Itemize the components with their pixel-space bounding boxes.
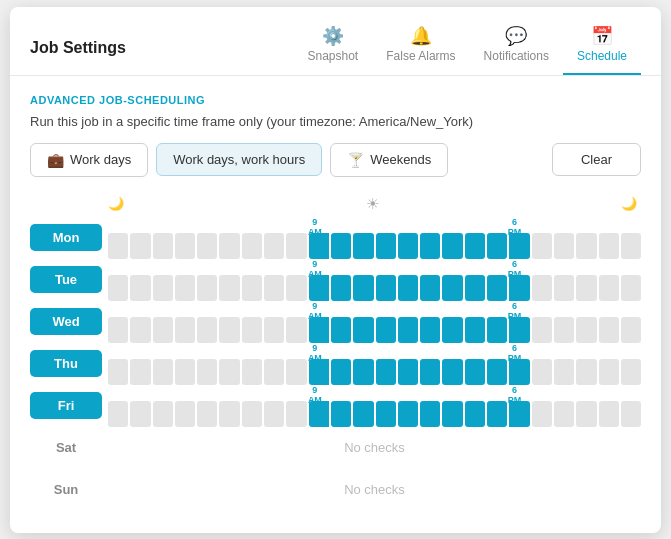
slot-6[interactable] <box>242 233 262 259</box>
slot-16[interactable] <box>465 233 485 259</box>
briefcase-icon: 💼 <box>47 152 64 168</box>
tab-schedule[interactable]: 📅 Schedule <box>563 21 641 75</box>
slots-mon[interactable]: 9AM 6PM <box>108 217 641 259</box>
end-time-thu: 6PM <box>508 343 522 365</box>
weekends-button[interactable]: 🍸 Weekends <box>330 143 448 177</box>
work-days-hours-label: Work days, work hours <box>173 152 305 167</box>
header: Job Settings ⚙️ Snapshot 🔔 False Alarms … <box>10 7 661 76</box>
slot-4[interactable] <box>197 233 217 259</box>
start-time-mon: 9AM <box>308 217 322 239</box>
tab-notifications[interactable]: 💬 Notifications <box>470 21 563 75</box>
slot-7[interactable] <box>264 233 284 259</box>
slot-10[interactable] <box>331 233 351 259</box>
nav-tabs: ⚙️ Snapshot 🔔 False Alarms 💬 Notificatio… <box>294 21 642 75</box>
work-days-button[interactable]: 💼 Work days <box>30 143 148 177</box>
snapshot-icon: ⚙️ <box>322 27 344 45</box>
start-time-wed: 9AM <box>308 301 322 323</box>
slot-2[interactable] <box>153 233 173 259</box>
false-alarms-icon: 🔔 <box>410 27 432 45</box>
end-time-mon: 6PM <box>508 217 522 239</box>
weekends-label: Weekends <box>370 152 431 167</box>
tab-notifications-label: Notifications <box>484 49 549 63</box>
work-days-label: Work days <box>70 152 131 167</box>
day-row-mon: Mon 9AM 6PM <box>30 219 641 257</box>
day-row-wed: Wed 9AM 6PM <box>30 303 641 341</box>
slot-8[interactable] <box>286 233 306 259</box>
day-label-thu: Thu <box>30 350 102 377</box>
slot-20[interactable] <box>554 233 574 259</box>
slot-3[interactable] <box>175 233 195 259</box>
tab-snapshot-label: Snapshot <box>308 49 359 63</box>
end-time-fri: 6PM <box>508 385 522 407</box>
slot-17[interactable] <box>487 233 507 259</box>
section-title: ADVANCED JOB-SCHEDULING <box>30 94 641 106</box>
day-row-fri: Fri 9AM 6PM <box>30 387 641 425</box>
preset-buttons-row: 💼 Work days Work days, work hours 🍸 Week… <box>30 143 641 177</box>
moon-right-icon: 🌙 <box>621 196 637 211</box>
cocktail-icon: 🍸 <box>347 152 364 168</box>
job-settings-window: Job Settings ⚙️ Snapshot 🔔 False Alarms … <box>10 7 661 533</box>
day-row-sun: Sun No checks <box>30 471 641 509</box>
slots-fri[interactable]: 9AM 6PM <box>108 385 641 427</box>
schedule-icon: 📅 <box>591 27 613 45</box>
schedule-grid: 🌙 ☀ 🌙 Mon 9AM 6PM <box>30 195 641 509</box>
tab-schedule-label: Schedule <box>577 49 627 63</box>
slot-12[interactable] <box>376 233 396 259</box>
slot-0[interactable] <box>108 233 128 259</box>
day-label-mon: Mon <box>30 224 102 251</box>
no-checks-sun: No checks <box>108 482 641 497</box>
slot-5[interactable] <box>219 233 239 259</box>
page-title: Job Settings <box>30 39 126 57</box>
sun-icon: ☀ <box>366 195 379 213</box>
slot-11[interactable] <box>353 233 373 259</box>
slot-23[interactable] <box>621 233 641 259</box>
slot-14[interactable] <box>420 233 440 259</box>
slots-wed[interactable]: 9AM 6PM <box>108 301 641 343</box>
moon-left-icon: 🌙 <box>108 196 124 211</box>
slots-tue[interactable]: 9AM 6PM <box>108 259 641 301</box>
day-label-sat: Sat <box>30 440 102 455</box>
end-time-tue: 6PM <box>508 259 522 281</box>
slot-1[interactable] <box>130 233 150 259</box>
day-row-tue: Tue 9AM 6PM <box>30 261 641 299</box>
tab-false-alarms[interactable]: 🔔 False Alarms <box>372 21 469 75</box>
tab-snapshot[interactable]: ⚙️ Snapshot <box>294 21 373 75</box>
day-label-fri: Fri <box>30 392 102 419</box>
clear-button[interactable]: Clear <box>552 143 641 176</box>
no-checks-sat: No checks <box>108 440 641 455</box>
end-time-wed: 6PM <box>508 301 522 323</box>
day-label-tue: Tue <box>30 266 102 293</box>
main-content: ADVANCED JOB-SCHEDULING Run this job in … <box>10 76 661 533</box>
tab-false-alarms-label: False Alarms <box>386 49 455 63</box>
notifications-icon: 💬 <box>505 27 527 45</box>
timezone-text: Run this job in a specific time frame on… <box>30 114 641 129</box>
start-time-thu: 9AM <box>308 343 322 365</box>
day-label-sun: Sun <box>30 482 102 497</box>
slot-21[interactable] <box>576 233 596 259</box>
slot-22[interactable] <box>599 233 619 259</box>
slot-13[interactable] <box>398 233 418 259</box>
slots-thu[interactable]: 9AM 6PM <box>108 343 641 385</box>
day-row-thu: Thu 9AM 6PM <box>30 345 641 383</box>
slot-19[interactable] <box>532 233 552 259</box>
time-header-row: 🌙 ☀ 🌙 <box>30 195 641 213</box>
start-time-tue: 9AM <box>308 259 322 281</box>
day-label-wed: Wed <box>30 308 102 335</box>
slot-15[interactable] <box>442 233 462 259</box>
start-time-fri: 9AM <box>308 385 322 407</box>
day-row-sat: Sat No checks <box>30 429 641 467</box>
work-days-hours-button[interactable]: Work days, work hours <box>156 143 322 176</box>
